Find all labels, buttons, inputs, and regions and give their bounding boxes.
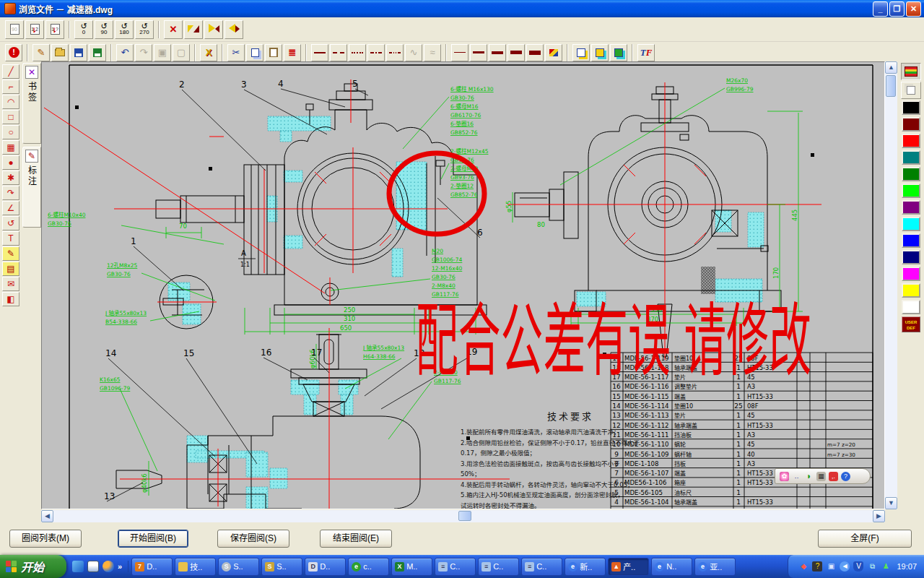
linewidth-custom-button[interactable] xyxy=(545,44,562,61)
mirror-horizontal-button[interactable] xyxy=(184,20,203,39)
start-review-button[interactable]: 开始圈阅(B) xyxy=(118,530,188,548)
taskbar-item[interactable]: XM.. xyxy=(391,558,432,576)
color-swatch[interactable] xyxy=(902,233,920,248)
soft-keyboard-icon[interactable]: ▦ xyxy=(816,472,826,481)
ime-language-bar[interactable]: ✿ ‥ ◗ ▦ ,. ? xyxy=(775,468,871,484)
copy-button[interactable] xyxy=(246,44,263,61)
scroll-left-button[interactable]: ◀ xyxy=(41,510,53,522)
user-defined-color-button[interactable]: USER DEF xyxy=(902,316,920,332)
user-tray-icon[interactable]: ♟ xyxy=(881,561,891,571)
taskbar-item[interactable]: ec.. xyxy=(348,558,389,576)
page-prev-button[interactable]: 90 xyxy=(5,20,24,39)
taskbar-item[interactable]: ≡C.. xyxy=(478,558,519,576)
taskbar-item[interactable]: SS.. xyxy=(218,558,259,576)
color-swatch[interactable] xyxy=(902,300,920,314)
taskbar-item[interactable]: e亚.. xyxy=(694,558,736,576)
draw-filled-rect-button[interactable]: ▦ xyxy=(2,140,19,155)
draw-polyline-button[interactable]: ⌐ xyxy=(2,79,19,94)
draw-arc-button[interactable]: ◠ xyxy=(2,95,19,109)
screens-tray-icon[interactable]: ⧉ xyxy=(867,561,877,571)
punctuation-icon[interactable]: ,. xyxy=(829,472,838,481)
draw-rectangle-button[interactable]: □ xyxy=(2,110,19,124)
draw-line-button[interactable]: ╱ xyxy=(2,64,19,79)
goto-page-button[interactable]: 1 ?⇂ xyxy=(45,20,64,39)
taskbar-item[interactable]: DD.. xyxy=(305,558,346,576)
taskbar-item[interactable]: e新.. xyxy=(565,558,606,576)
diamond-tray-icon[interactable]: ◆ xyxy=(798,561,808,571)
scroll-down-button[interactable]: ▼ xyxy=(885,497,897,509)
tab-annotate[interactable]: ✎ 标注 xyxy=(22,147,41,228)
taskbar-item[interactable]: ≡C.. xyxy=(435,558,476,576)
save-as-button[interactable] xyxy=(89,44,106,61)
scroll-right-button[interactable]: ▶ xyxy=(873,510,885,522)
redo-button[interactable]: ↷ xyxy=(135,44,152,61)
minimize-button[interactable]: _ xyxy=(873,1,888,17)
horizontal-scrollbar[interactable]: ◀ ▶ xyxy=(41,510,885,522)
open-file-button[interactable] xyxy=(51,44,69,61)
window-tray-icon[interactable]: ▣ xyxy=(826,561,836,571)
tab-bookmark[interactable]: ✕ 书签 xyxy=(22,63,41,144)
vertical-scrollbar[interactable]: ▲ ▼ xyxy=(885,61,897,509)
linetype-dashdotdot-button[interactable] xyxy=(386,44,404,61)
color-swatch[interactable] xyxy=(902,267,920,281)
taskbar-item[interactable]: ▲产.. xyxy=(608,558,649,576)
copy-color-button[interactable] xyxy=(901,82,921,99)
maximize-button[interactable]: ❐ xyxy=(889,1,905,17)
taskbar-item[interactable]: eN.. xyxy=(651,558,692,576)
taskbar-item[interactable]: SS.. xyxy=(261,558,302,576)
draw-text-button[interactable]: T xyxy=(2,231,19,246)
linewidth-1-button[interactable] xyxy=(451,44,468,61)
color-swatch[interactable] xyxy=(902,167,920,181)
undo-button[interactable]: ↶ xyxy=(116,44,134,61)
stamp-button[interactable]: ✉ xyxy=(2,277,19,291)
sticky-note-button[interactable]: ▤ xyxy=(2,262,19,276)
linetype-zigzag-button[interactable]: ≈ xyxy=(424,44,441,61)
rotate-90-button[interactable]: ↺90 xyxy=(95,20,113,39)
linewidth-5-button[interactable] xyxy=(526,44,544,61)
red-note-text[interactable]: 配合公差有误 请修改 xyxy=(416,295,811,387)
color-swatch[interactable] xyxy=(902,134,920,148)
half-full-moon-icon[interactable]: ◗ xyxy=(804,472,814,481)
color-swatch[interactable] xyxy=(902,200,920,215)
mode-dots-icon[interactable]: ‥ xyxy=(792,472,801,481)
show-desktop-icon[interactable] xyxy=(87,561,99,572)
draw-arrow-button[interactable]: ↷ xyxy=(2,186,19,200)
taskbar-item[interactable]: ≡C.. xyxy=(521,558,562,576)
rotate-270-button[interactable]: ↺270 xyxy=(135,20,154,39)
linetype-wave-button[interactable]: ∿ xyxy=(405,44,422,61)
start-button[interactable]: 开始 xyxy=(0,555,66,578)
mirror-off-button[interactable]: ✕ xyxy=(164,20,183,39)
color-swatch[interactable] xyxy=(902,184,920,198)
rotate-180-button[interactable]: ↺180 xyxy=(115,20,134,39)
color-swatch[interactable] xyxy=(902,283,920,298)
info-button[interactable]: ! xyxy=(5,44,22,61)
linetype-dashdot-button[interactable] xyxy=(367,44,385,61)
color-tool-button[interactable]: ◧ xyxy=(2,292,19,306)
color-swatch[interactable] xyxy=(902,117,920,131)
edit-markup-button[interactable]: ✎ xyxy=(32,44,50,61)
linewidth-4-button[interactable] xyxy=(507,44,525,61)
drawing-viewport[interactable]: 19MDE-56-1-119垫圈102508F18MDE-56-1-118轴承端… xyxy=(41,61,885,509)
draw-leader-button[interactable]: ∠ xyxy=(2,201,19,215)
rotate-0-button[interactable]: ↺0 xyxy=(74,20,93,39)
input-method-icon[interactable]: ✿ xyxy=(780,472,789,481)
color-swatch[interactable] xyxy=(902,100,920,115)
fullscreen-button[interactable]: 全屏(F) xyxy=(818,530,912,548)
close-button[interactable]: ✕ xyxy=(906,1,921,17)
browser-icon[interactable] xyxy=(103,561,114,572)
flip-right-button[interactable] xyxy=(225,20,243,39)
linewidth-2-button[interactable] xyxy=(470,44,487,61)
save-review-button[interactable]: 保存圈阅(S) xyxy=(217,530,289,548)
highlight-tool-button[interactable]: X xyxy=(200,44,217,61)
linetype-dotted-button[interactable] xyxy=(349,44,366,61)
color-swatch[interactable] xyxy=(902,250,920,264)
messenger-icon[interactable] xyxy=(72,561,84,572)
cut-button[interactable]: ✂ xyxy=(227,44,245,61)
zoom-extents-button[interactable]: ▢ xyxy=(173,44,190,61)
shield-tray-icon[interactable]: V xyxy=(853,561,863,571)
color-swatch[interactable] xyxy=(902,217,920,231)
draw-ellipse-button[interactable]: ○ xyxy=(2,125,19,139)
chevron-tray-icon[interactable]: ◀ xyxy=(840,561,850,571)
scroll-up-button[interactable]: ▲ xyxy=(885,61,897,74)
layer-colors-button[interactable] xyxy=(901,63,921,80)
